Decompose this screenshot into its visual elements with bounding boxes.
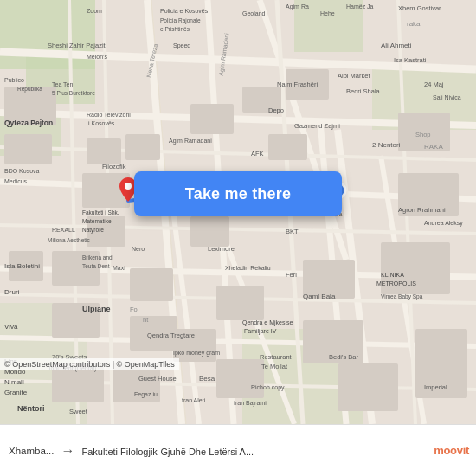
svg-text:Miliona Aesthetic: Miliona Aesthetic [48,237,91,243]
svg-text:Xheladin Rekaliu: Xheladin Rekaliu [225,265,271,271]
svg-text:Gazmend Zajmi: Gazmend Zajmi [294,122,340,130]
svg-rect-41 [381,242,450,294]
svg-text:Filozofik: Filozofik [102,163,126,170]
svg-text:Viva: Viva [4,323,18,331]
svg-text:Zoom: Zoom [87,8,102,14]
svg-rect-44 [216,286,264,320]
svg-text:e Prishtinës: e Prishtinës [160,26,190,32]
svg-text:Vimea Baby Spa: Vimea Baby Spa [381,293,423,300]
svg-text:Geoland: Geoland [242,10,266,16]
svg-text:METROPOLIS: METROPOLIS [376,280,416,286]
svg-text:RAKA: RAKA [424,143,443,151]
svg-text:Te Mollat: Te Mollat [261,363,288,370]
svg-rect-30 [4,134,52,164]
svg-text:Ulpiane: Ulpiane [82,305,111,313]
svg-text:Feri: Feri [286,271,297,279]
svg-text:Naim Frashëri: Naim Frashëri [277,80,318,88]
take-me-there-button[interactable]: Take me there [134,171,342,216]
svg-text:Hehe: Hehe [320,10,335,16]
svg-text:Familjare IV: Familjare IV [244,328,277,335]
svg-text:Publico: Publico [4,77,24,83]
svg-text:Qaml Bala: Qaml Bala [303,293,336,300]
svg-text:Speed: Speed [173,42,190,49]
moovit-logo: moovit [398,424,476,476]
svg-text:Nero: Nero [132,246,145,252]
svg-rect-36 [190,104,234,134]
arrow-right-icon: → [61,443,74,459]
svg-text:fran Bajrami: fran Bajrami [234,400,267,407]
svg-point-150 [125,183,132,190]
svg-text:Sheshi Zahir Pajaziti: Sheshi Zahir Pajaziti [48,42,107,49]
svg-text:Granite: Granite [4,389,28,396]
svg-text:5 Plus Buretktore: 5 Plus Buretktore [52,90,95,96]
svg-text:Albi Market: Albi Market [338,72,370,80]
svg-text:Republika: Republika [17,86,42,93]
svg-rect-57 [338,363,398,411]
svg-text:Imperial: Imperial [424,383,447,391]
svg-text:Bedri Shala: Bedri Shala [346,87,381,95]
svg-text:fran Aleti: fran Aleti [182,397,206,403]
svg-text:BKT: BKT [286,228,299,235]
svg-text:Bedi's Bar: Bedi's Bar [329,353,358,361]
svg-text:Agim Ra: Agim Ra [286,3,309,10]
svg-text:Fakulteti i Shk.: Fakulteti i Shk. [82,209,119,215]
svg-text:raka: raka [407,20,421,28]
svg-text:Tea Ten: Tea Ten [52,81,73,87]
svg-text:Isa Kastrati: Isa Kastrati [394,56,427,64]
map-container: Policia e Kosovës Policia Rajonale e Pri… [0,0,476,424]
svg-text:Qendra e Mjkesise: Qendra e Mjkesise [242,319,293,326]
svg-text:Restaurant: Restaurant [260,353,293,361]
svg-rect-56 [216,359,264,398]
svg-text:Fo: Fo [130,306,138,313]
route-to-text: Fakulteti Filologjik-Gjuhë Dhe Letërsi A… [81,447,254,457]
svg-text:BDO Kosova: BDO Kosova [4,168,40,174]
svg-text:Ipko money gram: Ipko money gram [173,350,220,357]
moovit-logo-text: moovit [434,444,469,457]
svg-text:Hamëz Ja: Hamëz Ja [346,3,374,10]
svg-rect-32 [87,138,121,164]
svg-text:Richoh copy: Richoh copy [251,384,285,391]
svg-rect-52 [190,216,229,247]
svg-text:Isla Boletini: Isla Boletini [4,262,40,270]
svg-text:Sali Nivica: Sali Nivica [433,94,461,100]
bottom-navigation-bar: Xhamba... → Fakulteti Filologjik-Gjuhë D… [0,424,476,476]
svg-text:Radio Televizoni: Radio Televizoni [87,112,131,118]
svg-text:Xhem Gostivar: Xhem Gostivar [398,4,441,12]
svg-text:REXALL: REXALL [52,227,75,233]
svg-text:KLINIKA: KLINIKA [381,272,404,278]
svg-text:2 Nentori: 2 Nentori [372,141,401,149]
svg-text:Agron Rrahmani: Agron Rrahmani [398,206,446,214]
route-from: Xhamba... [9,446,54,456]
route-from-text: Xhamba... [9,446,54,456]
svg-text:Guest House: Guest House [138,375,177,383]
svg-text:Druri: Druri [4,288,20,296]
svg-text:Ali Ahmeti: Ali Ahmeti [381,42,412,49]
svg-text:Medicus: Medicus [4,178,28,184]
map-attribution: © OpenStreetMap contributors | © OpenMap… [0,358,179,370]
svg-text:i Kosovës: i Kosovës [88,120,115,126]
svg-text:Shop: Shop [415,131,431,138]
svg-text:Fegaz.iu: Fegaz.iu [134,391,158,398]
svg-text:Maxi: Maxi [113,265,125,271]
svg-text:Depo: Depo [268,106,284,114]
svg-text:Qendra Tregtare: Qendra Tregtare [147,331,195,339]
svg-rect-51 [268,134,307,160]
svg-text:N mall: N mall [4,378,24,386]
svg-text:Qyteza Pejton: Qyteza Pejton [4,119,53,127]
svg-text:Leximore: Leximore [208,245,235,253]
svg-text:Andrea Aleksy: Andrea Aleksy [424,220,463,227]
svg-text:Agim Ramadani: Agim Ramadani [169,138,212,145]
svg-text:AFK: AFK [251,150,264,158]
svg-rect-45 [130,268,173,301]
svg-text:Brikena and: Brikena and [82,254,113,261]
svg-text:Teuta Dent: Teuta Dent [82,263,110,269]
svg-text:24 Maj: 24 Maj [424,80,444,88]
svg-text:Besa: Besa [199,375,215,383]
svg-text:Sweet: Sweet [69,408,88,415]
svg-text:Melon's: Melon's [87,54,107,60]
svg-text:Policia Rajonale: Policia Rajonale [160,17,201,24]
svg-text:nt: nt [143,316,149,324]
svg-text:Matematike: Matematike [82,218,112,224]
svg-text:Nëntori: Nëntori [17,404,45,413]
svg-rect-35 [125,134,160,160]
